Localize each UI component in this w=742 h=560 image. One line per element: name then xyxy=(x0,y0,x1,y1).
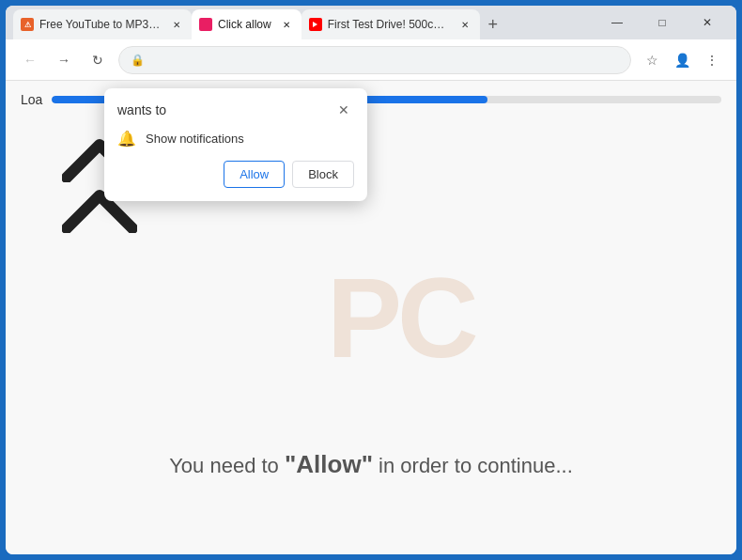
tab-favicon-3 xyxy=(309,18,322,31)
bottom-text-bold: "Allow" xyxy=(285,450,373,478)
minimize-button[interactable]: — xyxy=(595,6,639,39)
bookmark-button[interactable]: ☆ xyxy=(639,47,665,73)
tab-close-1[interactable]: ✕ xyxy=(169,17,184,32)
bell-icon: 🔔 xyxy=(117,130,136,148)
tab-favicon-2 xyxy=(199,18,212,31)
tab-close-2[interactable]: ✕ xyxy=(279,17,294,32)
allow-button[interactable]: Allow xyxy=(224,161,285,188)
tab-favicon-1: ⚠ xyxy=(21,18,34,31)
close-button[interactable]: ✕ xyxy=(686,6,729,39)
block-button[interactable]: Block xyxy=(292,161,354,188)
toolbar-right: ☆ 👤 ⋮ xyxy=(639,47,725,73)
address-bar: ← → ↻ 🔒 ☆ 👤 ⋮ xyxy=(6,39,736,81)
menu-button[interactable]: ⋮ xyxy=(699,47,725,73)
page-content: PC Loa You need to "Allow" in order to c… xyxy=(6,81,736,554)
tab-testdrive[interactable]: First Test Drive! 500cc Off-... ✕ xyxy=(301,9,480,39)
new-tab-button[interactable]: + xyxy=(480,11,506,38)
maximize-button[interactable]: □ xyxy=(641,6,684,39)
notification-row: 🔔 Show notifications xyxy=(117,130,354,148)
tab-label-3: First Test Drive! 500cc Off-... xyxy=(328,18,450,31)
notification-text: Show notifications xyxy=(146,132,244,146)
dialog-header: wants to ✕ xyxy=(104,88,367,126)
tab-label-2: Click allow xyxy=(218,18,271,31)
watermark: PC xyxy=(327,253,474,382)
address-field[interactable]: 🔒 xyxy=(118,46,631,74)
bottom-text-prefix: You need to xyxy=(169,454,285,477)
notification-dialog: wants to ✕ 🔔 Show notifications Allow Bl… xyxy=(104,88,367,201)
tab-label-1: Free YouTube to MP3 conv... xyxy=(39,18,162,31)
dialog-close-button[interactable]: ✕ xyxy=(333,100,354,120)
tab-bar: ⚠ Free YouTube to MP3 conv... ✕ Click al… xyxy=(6,6,736,39)
back-button[interactable]: ← xyxy=(17,47,43,73)
reload-button[interactable]: ↻ xyxy=(85,47,111,73)
tab-clickallow[interactable]: Click allow ✕ xyxy=(192,9,301,39)
bottom-text-suffix: in order to continue... xyxy=(373,454,573,477)
tab-freeyoutube[interactable]: ⚠ Free YouTube to MP3 conv... ✕ xyxy=(13,9,192,39)
window-controls: — □ ✕ xyxy=(595,6,729,39)
browser-window: ⚠ Free YouTube to MP3 conv... ✕ Click al… xyxy=(6,6,736,554)
forward-button[interactable]: → xyxy=(51,47,77,73)
profile-button[interactable]: 👤 xyxy=(669,47,695,73)
lock-icon: 🔒 xyxy=(131,54,145,67)
dialog-body: 🔔 Show notifications Allow Block xyxy=(104,126,367,201)
bottom-text: You need to "Allow" in order to continue… xyxy=(6,450,736,479)
loading-label: Loa xyxy=(21,92,42,107)
dialog-actions: Allow Block xyxy=(117,161,354,188)
dialog-title: wants to xyxy=(117,102,166,117)
tab-close-3[interactable]: ✕ xyxy=(457,17,472,32)
